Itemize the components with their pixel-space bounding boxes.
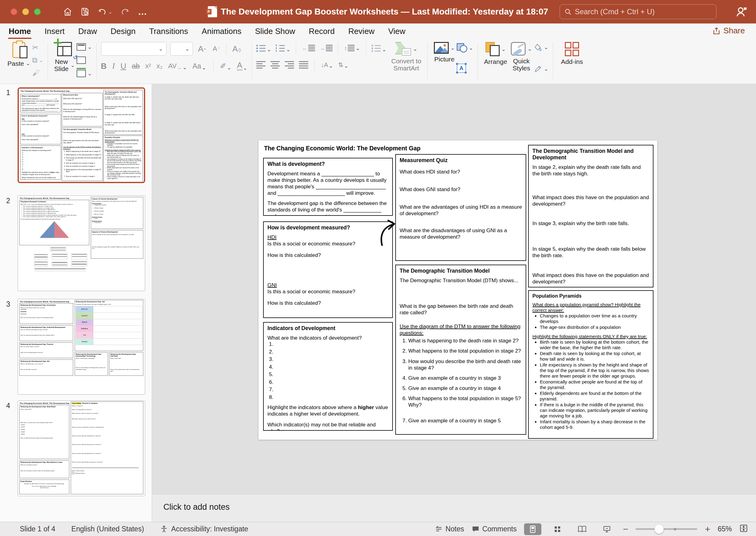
population-pyramids-box[interactable]: Population Pyramids What does a populati… [528,290,653,439]
shapes-button[interactable]: ⌄ [457,43,473,52]
slide-counter[interactable]: Slide 1 of 4 [20,525,55,533]
tab-record[interactable]: Record [308,25,335,37]
notes-toggle-button[interactable]: Notes [435,525,464,533]
redo-button[interactable] [120,7,130,17]
font-color-button[interactable]: A⌄ [237,61,247,71]
mini-text: Life expectancy is shown by the height a… [107,158,141,163]
close-button[interactable] [11,8,17,15]
subscript-button[interactable]: x₂ [156,62,163,70]
numbering-button[interactable]: ⌄ [275,45,290,52]
slide-title[interactable]: The Changing Economic World: The Develop… [264,145,421,152]
slide-thumbnail-2[interactable]: The Changing Economic World: The Develop… [17,195,145,291]
shape-fill-button[interactable]: ⌄ [533,43,548,51]
notes-pane[interactable]: Click to add notes [152,494,756,522]
accessibility-status[interactable]: Accessibility: Investigate [160,525,248,533]
more-toolbar-options-icon[interactable]: … [138,7,148,17]
line-spacing-button[interactable]: ↕⌄ [344,45,360,51]
slide-thumbnail-3[interactable]: The Changing Economic World: The Develop… [17,299,145,395]
table-cell: Multilateral [76,325,93,332]
undo-chevron-icon[interactable]: ⌄ [108,9,113,15]
strikethrough-button[interactable]: ab [132,62,140,70]
zoom-slider-knob[interactable] [654,524,664,534]
tab-review[interactable]: Review [348,25,375,37]
hand-drawn-arrow[interactable] [380,218,397,247]
tab-insert[interactable]: Insert [44,25,65,37]
search-field[interactable] [560,4,716,19]
text-highlight-button[interactable]: ✐⌄ [220,62,231,70]
zoom-percentage[interactable]: 65% [718,525,732,533]
slide-layout-button[interactable]: ⌄ [77,43,92,50]
shape-outline-button[interactable]: ⌄ [533,65,548,73]
superscript-button[interactable]: x² [145,62,151,70]
add-ins-button[interactable]: Add-ins [559,42,585,65]
mini-heading: Causes of Uneven Development [92,198,142,200]
search-input[interactable] [575,7,712,16]
increase-indent-button[interactable]: → [319,45,332,51]
decrease-indent-button[interactable]: ← [302,45,315,51]
share-button[interactable]: Share [712,26,745,36]
tab-animations[interactable]: Animations [201,25,242,37]
autosave-icon[interactable] [80,7,89,17]
paste-button[interactable]: Paste ⌄ [6,42,32,67]
align-justify-button[interactable] [299,61,308,69]
section-button[interactable]: ⌄ [77,70,92,77]
reading-view-button[interactable] [573,523,591,535]
text-box-button[interactable]: A [457,64,473,73]
decrease-font-size-button[interactable]: Aˇ [211,45,222,53]
dtm-development-box[interactable]: The Demographic Transition Model and Dev… [528,145,653,287]
align-right-button[interactable] [285,61,294,69]
comments-toggle-button[interactable]: Comments [471,525,517,533]
tab-slide-show[interactable]: Slide Show [255,25,296,37]
tab-view[interactable]: View [388,25,406,37]
tab-home[interactable]: Home [8,25,31,37]
underline-button[interactable]: U [120,61,126,71]
tab-design[interactable]: Design [110,25,136,37]
bullets-button[interactable]: ⌄ [256,45,271,52]
text-direction-button[interactable]: ↓A⌄ [321,61,333,69]
slideshow-button[interactable] [598,523,615,535]
bold-button[interactable]: B [101,61,107,71]
change-case-button[interactable]: Aa⌄ [192,62,206,70]
normal-view-button[interactable] [524,523,541,535]
language-status[interactable]: English (United States) [71,525,144,533]
tab-draw[interactable]: Draw [78,25,98,37]
cut-button[interactable]: ✂ [32,43,43,52]
quick-styles-button[interactable]: ⌄ QuickStyles [509,42,533,72]
font-size-select[interactable]: ⌄ [170,42,193,55]
clear-formatting-button[interactable]: A◊ [232,44,242,54]
account-avatar-icon[interactable] [735,5,749,20]
convert-to-smartart-button[interactable]: ⌄ Convert toSmartArt [390,42,423,72]
indicators-box[interactable]: Indicators of Development What are the i… [263,322,393,431]
align-center-button[interactable] [270,61,280,69]
copy-button[interactable]: ⧉⌄ [32,56,43,65]
format-painter-button[interactable]: 🖌 [32,69,43,77]
reset-slide-button[interactable] [77,56,92,64]
character-spacing-button[interactable]: AV↔⌄ [168,62,187,70]
undo-button[interactable]: ⌄ [98,7,113,17]
dtm-box[interactable]: The Demographic Transition Model The Dem… [395,265,526,435]
zoom-out-button[interactable]: − [623,524,629,534]
measurement-quiz-box[interactable]: Measurement Quiz What does HDI stand for… [395,154,526,261]
minimize-button[interactable] [22,8,29,15]
fullscreen-button[interactable] [34,8,41,15]
slide-sorter-view-button[interactable] [549,523,566,535]
how-measured-box[interactable]: How is development measured? HDI Is this… [263,221,393,318]
increase-font-size-button[interactable]: Aˆ [197,44,207,54]
slide-canvas[interactable]: The Changing Economic World: The Develop… [258,141,657,440]
zoom-in-button[interactable]: + [705,524,710,534]
arrange-button[interactable]: ⌄ Arrange [482,42,509,65]
fit-to-window-button[interactable] [739,524,748,534]
what-is-development-box[interactable]: What is development? Development means a… [263,158,393,216]
font-family-select[interactable]: ⌄ [101,42,166,55]
slide-thumbnail-4[interactable]: The Changing Economic World: The Develop… [17,400,145,496]
home-icon[interactable] [63,7,72,17]
picture-button[interactable]: ⌄ Picture [432,42,457,63]
vertical-align-button[interactable]: ⇅⌄ [338,61,349,69]
tab-transitions[interactable]: Transitions [149,25,189,37]
columns-button[interactable]: ⌄ [371,45,386,52]
align-left-button[interactable] [256,61,265,69]
italic-button[interactable]: I [112,61,115,71]
zoom-slider[interactable] [636,528,697,530]
slide-thumbnail-1[interactable]: The Changing Economic World: The Develop… [17,87,145,183]
notes-placeholder[interactable]: Click to add notes [152,494,756,512]
